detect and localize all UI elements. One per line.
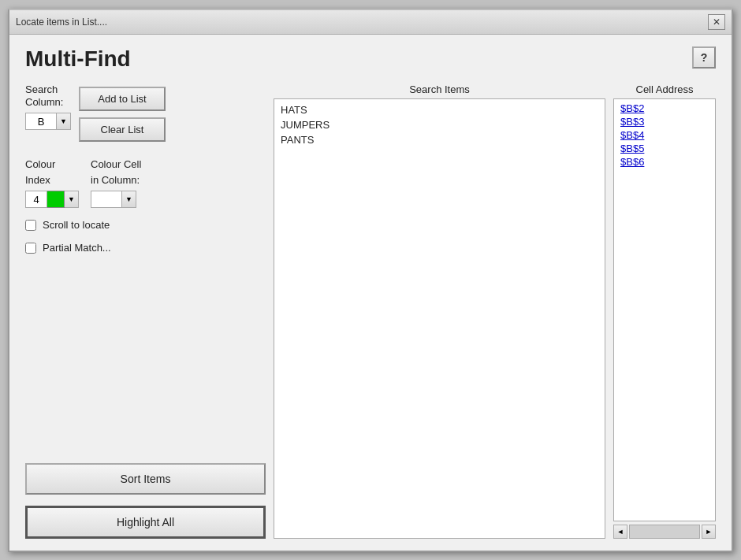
cell-address-link[interactable]: $B$6 — [620, 156, 709, 168]
horizontal-scrollbar: ◄ ► — [613, 525, 716, 539]
colour-index-label1: Colour — [25, 158, 79, 172]
cell-address-panel: Cell Address $B$2$B$3$B$4$B$5$B$6 ◄ ► — [613, 83, 716, 539]
colour-cell-group: Colour Cell in Column: ▼ — [91, 158, 141, 209]
scroll-left-button[interactable]: ◄ — [613, 525, 627, 539]
partial-match-label: Partial Match... — [43, 242, 111, 254]
list-item[interactable]: HATS — [277, 102, 601, 117]
colour-cell-input[interactable] — [91, 191, 122, 208]
colour-cell-dropdown[interactable]: ▼ — [91, 191, 141, 208]
clear-list-button[interactable]: Clear List — [79, 117, 166, 142]
colour-cell-label1: Colour Cell — [91, 158, 141, 172]
colour-index-arrow[interactable]: ▼ — [65, 191, 79, 208]
search-items-panel: Search Items HATSJUMPERSPANTS — [274, 83, 605, 539]
sort-items-button[interactable]: Sort Items — [25, 463, 266, 495]
cell-address-link[interactable]: $B$5 — [620, 143, 709, 154]
main-body: Search Column: ▼ Add to List Clear List — [25, 83, 716, 539]
search-column-label-group: Search Column: ▼ — [25, 83, 71, 131]
window-title: Locate items in List.... — [16, 17, 107, 28]
scroll-to-locate-row: Scroll to locate — [25, 219, 266, 231]
search-items-label: Search Items — [274, 83, 605, 95]
dialog-window: Locate items in List.... ✕ Multi-Find ? … — [8, 9, 733, 552]
close-button[interactable]: ✕ — [708, 14, 725, 30]
list-item[interactable]: JUMPERS — [277, 117, 601, 132]
search-column-dropdown[interactable]: ▼ — [25, 113, 71, 130]
scroll-track — [629, 525, 700, 539]
cell-address-link[interactable]: $B$4 — [620, 129, 709, 141]
colour-section: Colour Index ▼ Colour Cell in Column: — [25, 158, 266, 209]
partial-match-row: Partial Match... — [25, 242, 266, 254]
header-row: Multi-Find ? — [25, 46, 716, 72]
title-bar: Locate items in List.... ✕ — [9, 10, 732, 35]
dialog-title: Multi-Find — [25, 46, 131, 72]
cell-address-link[interactable]: $B$3 — [620, 116, 709, 128]
list-item[interactable]: PANTS — [277, 132, 601, 147]
scroll-to-locate-label: Scroll to locate — [43, 219, 110, 231]
colour-cell-label2: in Column: — [91, 174, 141, 187]
add-to-list-button[interactable]: Add to List — [79, 87, 166, 111]
highlight-all-button[interactable]: Highlight All — [25, 506, 266, 539]
cell-address-label: Cell Address — [613, 83, 716, 95]
scroll-to-locate-checkbox[interactable] — [25, 220, 36, 231]
partial-match-checkbox[interactable] — [25, 243, 36, 254]
cell-address-link[interactable]: $B$2 — [620, 102, 709, 114]
colour-index-row: ▼ — [25, 191, 79, 208]
cell-address-listbox[interactable]: $B$2$B$3$B$4$B$5$B$6 — [613, 98, 716, 521]
search-column-input[interactable] — [25, 113, 57, 130]
search-column-label2: Column: — [25, 96, 71, 109]
search-column-row: Search Column: ▼ Add to List Clear List — [25, 83, 266, 142]
colour-index-group: Colour Index ▼ — [25, 158, 79, 209]
colour-cell-arrow[interactable]: ▼ — [122, 191, 136, 208]
action-buttons: Add to List Clear List — [79, 83, 166, 142]
colour-index-label2: Index — [25, 174, 79, 187]
search-column-label1: Search — [25, 83, 71, 97]
search-items-listbox[interactable]: HATSJUMPERSPANTS — [274, 98, 605, 539]
content-area: Multi-Find ? Search Column: ▼ — [9, 35, 732, 551]
scroll-right-button[interactable]: ► — [702, 525, 716, 539]
search-column-arrow[interactable]: ▼ — [57, 113, 71, 130]
left-panel: Search Column: ▼ Add to List Clear List — [25, 83, 266, 539]
colour-swatch — [47, 191, 65, 208]
help-button[interactable]: ? — [692, 46, 716, 69]
colour-index-input[interactable] — [25, 191, 47, 208]
